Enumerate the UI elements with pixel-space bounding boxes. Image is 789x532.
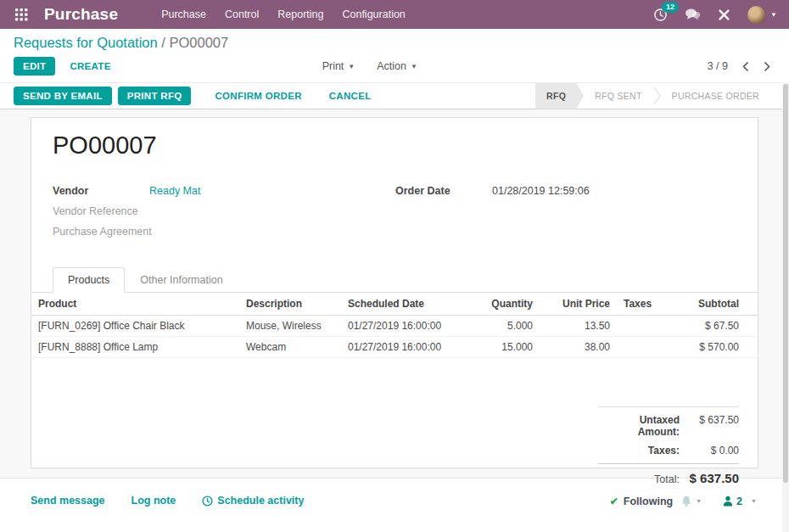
apps-menu-icon[interactable]	[8, 8, 34, 21]
tab-other-information[interactable]: Other Information	[125, 267, 238, 293]
menu-reporting[interactable]: Reporting	[270, 5, 331, 24]
total-value: $ 637.50	[680, 471, 739, 485]
header-subtotal[interactable]: Subtotal	[680, 293, 758, 316]
following-label: Following	[624, 496, 673, 507]
table-header-row: Product Description Scheduled Date Quant…	[31, 293, 758, 316]
chevron-down-icon: ▼	[751, 498, 757, 504]
confirm-order-button[interactable]: CONFIRM ORDER	[205, 87, 311, 105]
pager-previous-button[interactable]	[742, 61, 749, 72]
send-by-email-button[interactable]: SEND BY EMAIL	[14, 87, 112, 105]
breadcrumb-separator: /	[161, 35, 165, 50]
activities-bell-dropdown[interactable]: ▼	[680, 495, 702, 507]
cancel-button[interactable]: CANCEL	[320, 87, 381, 105]
purchase-agreement-label: Purchase Agreement	[53, 226, 152, 240]
total-label: Total:	[598, 473, 680, 485]
chevron-down-icon: ▼	[770, 11, 777, 19]
breadcrumb: Requests for Quotation / PO00007	[14, 35, 777, 51]
header-description[interactable]: Description	[239, 293, 341, 316]
cell-quantity[interactable]: 5.000	[468, 316, 540, 337]
header-scheduled-date[interactable]: Scheduled Date	[341, 293, 468, 316]
totals-block: Untaxed Amount: $ 637.50 Taxes: $ 0.00 T…	[598, 406, 739, 489]
cell-taxes[interactable]	[617, 337, 680, 358]
header-unit-price[interactable]: Unit Price	[540, 293, 617, 316]
followers-dropdown[interactable]: 2 ▼	[723, 496, 757, 507]
status-stage-purchase-order[interactable]: PURCHASE ORDER	[661, 83, 770, 109]
print-dropdown[interactable]: Print ▼	[322, 60, 355, 72]
check-icon: ✔	[610, 496, 618, 507]
form-view: PO00007 Vendor Ready Mat Vendor Referenc…	[0, 109, 789, 532]
action-dropdown[interactable]: Action ▼	[377, 60, 417, 72]
cell-subtotal[interactable]: $ 570.00	[680, 337, 758, 358]
table-row[interactable]: [FURN_8888] Office Lamp Webcam 01/27/201…	[31, 337, 758, 358]
user-avatar	[747, 6, 765, 24]
app-title[interactable]: Purchase	[44, 5, 118, 24]
clock-icon	[202, 496, 213, 507]
top-nav: Purchase Purchase Control Reporting Conf…	[0, 0, 789, 29]
breadcrumb-parent-link[interactable]: Requests for Quotation	[14, 35, 158, 50]
scrollbar-thumb[interactable]	[783, 84, 788, 483]
cell-product[interactable]: [FURN_8888] Office Lamp	[31, 337, 239, 358]
send-message-button[interactable]: Send message	[31, 495, 105, 507]
schedule-activity-label: Schedule activity	[217, 495, 304, 507]
menu-configuration[interactable]: Configuration	[334, 5, 412, 24]
status-pipeline: RFQ RFQ SENT PURCHASE ORDER	[535, 83, 770, 109]
header-product[interactable]: Product	[31, 293, 239, 316]
taxes-value: $ 0.00	[680, 445, 739, 456]
vertical-scrollbar[interactable]	[782, 82, 789, 532]
cell-scheduled-date[interactable]: 01/27/2019 16:00:00	[341, 316, 468, 337]
chevron-down-icon: ▼	[348, 63, 355, 70]
header-quantity[interactable]: Quantity	[468, 293, 540, 316]
edit-button[interactable]: EDIT	[14, 57, 55, 76]
cell-subtotal[interactable]: $ 67.50	[680, 316, 758, 337]
cell-product[interactable]: [FURN_0269] Office Chair Black	[31, 316, 239, 337]
taxes-label: Taxes:	[598, 445, 680, 456]
stage-separator-icon	[653, 83, 661, 109]
cell-description[interactable]: Webcam	[239, 337, 341, 358]
status-stage-rfq[interactable]: RFQ	[535, 83, 584, 109]
cell-scheduled-date[interactable]: 01/27/2019 16:00:00	[341, 337, 468, 358]
messages-button[interactable]	[685, 8, 701, 21]
pager-next-button[interactable]	[764, 61, 770, 72]
pager-value: 3 / 9	[708, 60, 728, 72]
menu-purchase[interactable]: Purchase	[154, 5, 214, 24]
statusbar: SEND BY EMAIL PRINT RFQ CONFIRM ORDER CA…	[0, 82, 789, 109]
create-button[interactable]: CREATE	[60, 57, 120, 76]
cell-unit-price[interactable]: 13.50	[540, 316, 617, 337]
record-title: PO00007	[53, 132, 758, 160]
notebook-tabs: Products Other Information	[31, 267, 758, 293]
action-label: Action	[377, 60, 406, 72]
chevron-down-icon: ▼	[411, 63, 417, 70]
untaxed-amount-label: Untaxed Amount:	[598, 414, 680, 438]
main-menu: Purchase Control Reporting Configuration	[154, 5, 413, 24]
chat-bubbles-icon	[685, 8, 701, 21]
untaxed-amount-value: $ 637.50	[680, 414, 739, 426]
header-taxes[interactable]: Taxes	[617, 293, 680, 316]
followers-count: 2	[736, 496, 742, 507]
crossed-tools-icon	[718, 8, 730, 21]
print-rfq-button[interactable]: PRINT RFQ	[118, 87, 192, 105]
status-stage-rfq-sent[interactable]: RFQ SENT	[584, 83, 652, 109]
chevron-left-icon	[742, 61, 749, 72]
table-row[interactable]: [FURN_0269] Office Chair Black Mouse, Wi…	[31, 316, 758, 337]
schedule-activity-button[interactable]: Schedule activity	[202, 495, 304, 507]
tools-button[interactable]	[718, 8, 730, 21]
menu-control[interactable]: Control	[217, 5, 266, 24]
vendor-value-link[interactable]: Ready Mat	[149, 185, 200, 199]
user-menu[interactable]: ▼	[747, 6, 777, 24]
cell-taxes[interactable]	[617, 316, 680, 337]
vendor-label: Vendor	[53, 185, 149, 199]
log-note-button[interactable]: Log note	[132, 495, 176, 507]
cell-quantity[interactable]: 15.000	[468, 337, 540, 358]
tab-products[interactable]: Products	[53, 267, 125, 293]
pager: 3 / 9	[708, 60, 777, 72]
breadcrumb-current: PO00007	[169, 35, 228, 50]
grid-icon	[15, 8, 28, 21]
person-icon	[723, 496, 733, 507]
order-date-label: Order Date	[395, 185, 492, 199]
activities-button[interactable]: 12	[653, 8, 668, 22]
cell-unit-price[interactable]: 38.00	[540, 337, 617, 358]
following-toggle[interactable]: ✔ Following	[610, 496, 673, 507]
bell-icon	[680, 495, 692, 507]
form-sheet: PO00007 Vendor Ready Mat Vendor Referenc…	[31, 117, 758, 468]
cell-description[interactable]: Mouse, Wireless	[239, 316, 341, 337]
